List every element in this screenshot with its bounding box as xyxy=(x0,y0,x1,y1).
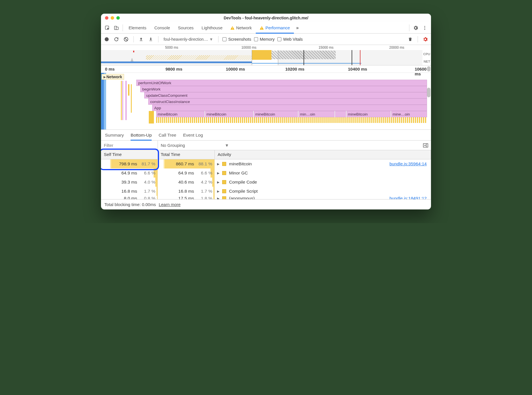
cell-activity: ▶ Compile Code xyxy=(215,178,431,187)
inspect-element-button[interactable] xyxy=(103,23,112,32)
frame-minebitcoin[interactable]: mine…oin xyxy=(391,111,427,117)
settings-button[interactable] xyxy=(411,23,420,32)
tab-summary[interactable]: Summary xyxy=(105,130,124,140)
status-footer: Total blocking time: 0.00ms Learn more xyxy=(101,199,431,209)
record-button[interactable] xyxy=(103,36,110,43)
minimize-window-button[interactable] xyxy=(111,16,114,20)
frame-minebitcoin[interactable]: min…oin xyxy=(298,111,334,117)
frame-minebitcoin[interactable]: mineBitcoin xyxy=(205,111,253,117)
warning-icon xyxy=(260,26,264,30)
net-label: NET xyxy=(424,60,430,63)
tab-event-log[interactable]: Event Log xyxy=(183,130,203,140)
kebab-menu-button[interactable] xyxy=(420,23,429,32)
network-track-toggle[interactable]: ▶ Network xyxy=(102,74,124,80)
flame-bar xyxy=(131,84,132,113)
flame-chart[interactable]: ▶ Network performUnitOfWork beginWork up… xyxy=(101,73,431,130)
time-ruler[interactable]: 0 ms 9800 ms 10000 ms 10200 ms 10400 ms … xyxy=(101,65,431,73)
screenshots-checkbox[interactable]: Screenshots xyxy=(222,37,251,42)
overview-timeline[interactable]: 5000 ms 10000 ms 15000 ms 20000 ms CPU N… xyxy=(101,45,431,65)
expand-icon[interactable]: ▶ xyxy=(217,190,219,193)
flame-bar xyxy=(149,111,154,124)
cell-self-time: 64.9 ms 6.6 % xyxy=(101,168,158,178)
learn-more-link[interactable]: Learn more xyxy=(159,202,181,207)
overview-dim-left xyxy=(101,50,252,65)
expand-icon[interactable]: ▶ xyxy=(217,180,219,184)
frame-app[interactable]: App xyxy=(152,105,427,111)
svg-rect-13 xyxy=(149,40,152,41)
frame-performunitofwork[interactable]: performUnitOfWork xyxy=(136,80,427,86)
titlebar: DevTools - foul-heavenly-direction.glitc… xyxy=(101,14,431,22)
device-toolbar-button[interactable] xyxy=(112,23,121,32)
source-link[interactable]: bundle.js:18491:12 xyxy=(389,196,431,199)
category-chip-scripting xyxy=(222,171,226,175)
vertical-scrollbar-thumb[interactable] xyxy=(427,66,430,71)
cell-self-time: 39.3 ms 4.0 % xyxy=(101,178,158,187)
flame-bar xyxy=(125,81,127,120)
svg-rect-4 xyxy=(232,28,233,29)
separator xyxy=(133,36,134,42)
devtools-window: DevTools - foul-heavenly-direction.glitc… xyxy=(101,14,431,209)
svg-rect-5 xyxy=(261,27,262,28)
frame-minebitcoin[interactable]: mineBitcoin xyxy=(254,111,298,117)
frame-constructclassinstance[interactable]: constructClassInstance xyxy=(148,98,427,105)
tab-sources[interactable]: Sources xyxy=(174,22,198,33)
profile-select[interactable]: foul-heavenly-direction....▼ xyxy=(162,37,214,42)
expand-icon[interactable]: ▶ xyxy=(217,197,219,199)
frame-minebitcoin[interactable] xyxy=(335,111,346,117)
close-window-button[interactable] xyxy=(105,16,108,20)
webvitals-checkbox[interactable]: Web Vitals xyxy=(277,37,303,42)
tab-bottom-up[interactable]: Bottom-Up xyxy=(131,130,152,140)
tab-network[interactable]: Network xyxy=(226,22,256,33)
clear-button[interactable] xyxy=(123,36,129,43)
column-activity[interactable]: Activity xyxy=(215,150,431,159)
grouping-select[interactable]: No Grouping▼ xyxy=(158,141,431,150)
filter-input[interactable] xyxy=(101,141,158,150)
filter-bar: No Grouping▼ xyxy=(101,141,431,150)
table-row[interactable]: 798.9 ms 81.7 % 860.7 ms 88.1 % ▶ mineBi… xyxy=(101,159,431,168)
overview-dim-right xyxy=(278,50,423,65)
frame-beginwork[interactable]: beginWork xyxy=(140,86,427,92)
table-row[interactable]: 16.8 ms 1.7 % 16.8 ms 1.7 % ▶ Compile Sc… xyxy=(101,187,431,196)
flame-scrollbar[interactable] xyxy=(427,73,430,129)
upload-profile-button[interactable] xyxy=(138,36,145,43)
frame-minebitcoin[interactable]: mineBitcoin xyxy=(347,111,391,117)
cell-total-time: 860.7 ms 88.1 % xyxy=(158,159,215,168)
perf-toolbar: foul-heavenly-direction....▼ Screenshots… xyxy=(101,34,431,45)
tab-elements[interactable]: Elements xyxy=(125,22,150,33)
expand-icon[interactable]: ▶ xyxy=(217,171,219,175)
source-link[interactable]: bundle.js:35964:14 xyxy=(389,161,431,166)
download-profile-button[interactable] xyxy=(147,36,154,43)
svg-point-7 xyxy=(424,26,425,27)
frame-updateclasscomponent[interactable]: updateClassComponent xyxy=(144,92,427,98)
frame-minebitcoin[interactable]: mineBitcoin xyxy=(156,111,205,117)
reload-record-button[interactable] xyxy=(113,36,120,43)
cell-self-time: 798.9 ms 81.7 % xyxy=(101,159,158,168)
capture-settings-button[interactable] xyxy=(422,36,429,43)
bottom-up-table: Self Time Total Time Activity 798.9 ms 8… xyxy=(101,150,431,199)
column-total-time[interactable]: Total Time xyxy=(158,150,215,159)
tab-console[interactable]: Console xyxy=(150,22,174,33)
svg-rect-14 xyxy=(423,143,428,147)
tab-performance[interactable]: Performance xyxy=(256,22,294,33)
category-chip-scripting xyxy=(222,189,226,193)
expand-icon[interactable]: ▶ xyxy=(217,162,219,166)
table-row[interactable]: 64.9 ms 6.6 % 64.9 ms 6.6 % ▶ Minor GC xyxy=(101,168,431,178)
category-chip-scripting xyxy=(222,196,226,199)
cell-activity: ▶ Compile Script xyxy=(215,187,431,196)
zoom-window-button[interactable] xyxy=(116,16,120,20)
tab-lighthouse[interactable]: Lighthouse xyxy=(198,22,226,33)
separator xyxy=(123,24,123,31)
delete-profile-button[interactable] xyxy=(407,36,414,43)
svg-point-8 xyxy=(424,27,425,28)
activity-name: mineBitcoin xyxy=(229,161,252,166)
table-row[interactable]: 8.0 ms 0.8 % 17.5 ms 1.8 % ▶ (anonymous)… xyxy=(101,196,431,199)
cell-self-time: 8.0 ms 0.8 % xyxy=(101,196,158,199)
table-row[interactable]: 39.3 ms 4.0 % 40.6 ms 4.2 % ▶ Compile Co… xyxy=(101,178,431,187)
show-heaviest-stack-icon[interactable] xyxy=(423,143,428,148)
window-title: DevTools - foul-heavenly-direction.glitc… xyxy=(224,16,308,20)
more-tabs-button[interactable]: » xyxy=(294,25,301,30)
memory-checkbox[interactable]: Memory xyxy=(254,37,275,42)
column-self-time[interactable]: Self Time xyxy=(101,150,158,159)
tab-call-tree[interactable]: Call Tree xyxy=(158,130,176,140)
separator xyxy=(218,36,218,42)
